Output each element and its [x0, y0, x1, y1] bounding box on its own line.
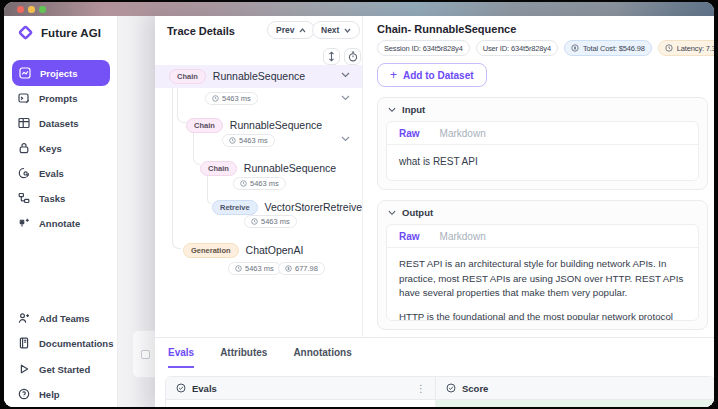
column-menu-icon[interactable]: ⋮ — [416, 383, 426, 394]
table-icon — [18, 117, 30, 129]
sidebar-item-get-started[interactable]: Get Started — [4, 357, 118, 381]
span-name[interactable]: RunnableSequence — [230, 119, 322, 131]
input-content-box: Raw Markdown what is REST API — [386, 121, 699, 181]
sidebar-item-label: Keys — [39, 143, 62, 154]
chevron-down-icon — [344, 28, 351, 33]
span-name[interactable]: RunnableSequence — [244, 162, 336, 174]
sidebar-item-add-teams[interactable]: Add Teams — [4, 306, 118, 330]
next-button[interactable]: Next — [312, 21, 360, 39]
coin-icon — [571, 44, 579, 52]
prev-button[interactable]: Prev — [267, 21, 315, 39]
chart-icon — [19, 67, 31, 79]
cost-label: 677.98 — [295, 264, 318, 273]
sidebar-item-keys[interactable]: Keys — [4, 136, 118, 160]
input-section-header[interactable]: Input — [378, 98, 707, 119]
evals-column-label: Evals — [192, 383, 217, 394]
sidebar-item-label: Documentations — [39, 338, 113, 349]
output-section-header[interactable]: Output — [378, 201, 707, 222]
maximize-window-button[interactable] — [39, 6, 46, 13]
span-type-badge: Chain — [169, 69, 206, 84]
checkbox — [141, 350, 150, 359]
session-id-chip: Session ID: 634t5r828y4 — [377, 40, 470, 56]
duration-label: 5463 ms — [250, 179, 279, 188]
duration-label: 5463 ms — [245, 264, 274, 273]
sidebar-item-label: Help — [39, 389, 60, 400]
sidebar-item-evals[interactable]: Evals — [4, 161, 118, 185]
tab-markdown[interactable]: Markdown — [440, 231, 486, 242]
duration-pill: 5463 ms — [244, 215, 297, 228]
output-section: Output Raw Markdown REST API is an archi… — [377, 200, 708, 330]
clock-icon — [235, 265, 242, 272]
sidebar-item-label: Projects — [40, 68, 78, 79]
sidebar-item-label: Evals — [39, 168, 64, 179]
tab-attributes[interactable]: Attributes — [220, 347, 267, 368]
score-cell — [436, 400, 714, 407]
tree-connector — [193, 131, 200, 165]
chevron-down-icon — [388, 210, 396, 216]
sidebar-item-annotate[interactable]: Annotate — [4, 211, 118, 235]
panel-title: Trace Details — [167, 25, 235, 37]
app-content: Future AGI Projects Prompts Datasets Key… — [4, 16, 714, 407]
sidebar-item-documentations[interactable]: Documentations — [4, 331, 118, 355]
span-name[interactable]: RunnableSequence — [213, 70, 305, 82]
next-label: Next — [321, 25, 339, 35]
input-section: Input Raw Markdown what is REST API — [377, 97, 708, 190]
output-text: REST API is an architectural style for b… — [387, 248, 698, 321]
clock-icon — [229, 137, 236, 144]
tab-raw[interactable]: Raw — [399, 128, 420, 139]
lock-icon — [18, 142, 30, 154]
sidebar: Future AGI Projects Prompts Datasets Key… — [4, 16, 118, 407]
chevron-down-icon[interactable] — [341, 72, 350, 78]
total-cost-chip: Total Cost: $546.98 — [564, 40, 652, 56]
duration-pill: 5463 ms — [233, 177, 286, 190]
sidebar-item-prompts[interactable]: Prompts — [4, 86, 118, 110]
output-section-label: Output — [402, 207, 433, 218]
sidebar-item-label: Add Teams — [39, 313, 90, 324]
user-id-label: User ID: 634t5r828y4 — [483, 44, 551, 53]
check-circle-icon — [446, 383, 456, 393]
plus-icon: + — [390, 69, 397, 81]
span-type-badge: Generation — [183, 243, 239, 258]
latency-chip: Latency: 7.34s — [658, 40, 714, 56]
span-name[interactable]: VectorStorerRetreiver — [265, 201, 363, 213]
expand-all-button[interactable] — [323, 48, 340, 65]
expand-vertical-icon — [327, 51, 336, 62]
close-window-button[interactable] — [17, 6, 24, 13]
brand-logo: Future AGI — [17, 24, 101, 41]
tab-annotations[interactable]: Annotations — [293, 347, 351, 368]
timing-button[interactable] — [344, 48, 361, 65]
evals-table: Evals ⋮ Score — [165, 376, 714, 407]
sidebar-item-label: Tasks — [39, 193, 65, 204]
chevron-down-icon[interactable] — [341, 95, 350, 101]
tab-evals[interactable]: Evals — [168, 347, 194, 368]
trace-node[interactable]: Retreive VectorStorerRetreiver — [212, 199, 363, 215]
sidebar-item-tasks[interactable]: Tasks — [4, 186, 118, 210]
macos-titlebar — [4, 2, 714, 16]
workflow-icon — [18, 192, 30, 204]
minimize-window-button[interactable] — [28, 6, 35, 13]
clock-icon — [665, 44, 673, 52]
tab-raw[interactable]: Raw — [399, 231, 420, 242]
span-name[interactable]: ChatOpenAI — [246, 244, 304, 256]
tab-markdown[interactable]: Markdown — [440, 128, 486, 139]
output-content-box: Raw Markdown REST API is an architectura… — [386, 224, 699, 321]
duration-label: 5463 ms — [261, 217, 290, 226]
trace-details-panel: Trace Details Prev Next — [155, 16, 363, 337]
help-icon — [18, 388, 30, 400]
table-row[interactable] — [166, 400, 714, 407]
trace-node[interactable]: Chain RunnableSequence — [169, 68, 305, 84]
input-tabs: Raw Markdown — [387, 122, 698, 145]
tree-connector — [172, 88, 181, 249]
trace-node[interactable]: Chain RunnableSequence — [200, 160, 336, 176]
trace-node[interactable]: Generation ChatOpenAI — [183, 242, 303, 258]
score-column-header: Score — [436, 377, 714, 399]
stopwatch-icon — [348, 51, 358, 62]
sidebar-item-datasets[interactable]: Datasets — [4, 111, 118, 135]
trace-drawer: Trace Details Prev Next — [155, 16, 714, 407]
add-to-dataset-button[interactable]: + Add to Dataset — [377, 63, 487, 87]
span-type-badge: Chain — [186, 118, 223, 133]
sidebar-item-help[interactable]: Help — [4, 382, 118, 406]
sidebar-item-projects[interactable]: Projects — [12, 60, 110, 86]
chevron-down-icon[interactable] — [341, 136, 350, 142]
trace-node[interactable]: Chain RunnableSequence — [186, 117, 322, 133]
